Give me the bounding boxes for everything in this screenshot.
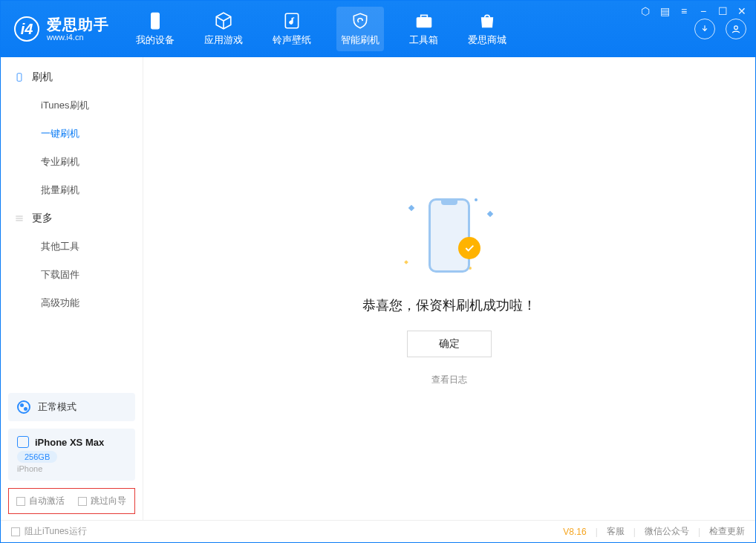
checkbox-label: 自动激活 bbox=[29, 495, 65, 507]
sidebar-item-batch-flash[interactable]: 批量刷机 bbox=[1, 176, 143, 204]
svg-rect-3 bbox=[420, 15, 427, 17]
svg-rect-0 bbox=[151, 13, 160, 29]
sidebar-item-itunes-flash[interactable]: iTunes刷机 bbox=[1, 91, 143, 120]
header-right bbox=[694, 19, 746, 39]
check-badge-icon bbox=[458, 237, 480, 259]
wechat-link[interactable]: 微信公众号 bbox=[645, 525, 689, 538]
refresh-shield-icon bbox=[351, 11, 370, 30]
header: ⬡ ▤ ≡ − ☐ ✕ i4 爱思助手 www.i4.cn 我的设备 应用游戏 … bbox=[1, 1, 755, 57]
nav-label: 铃声壁纸 bbox=[273, 33, 311, 47]
svg-point-4 bbox=[734, 26, 738, 30]
close-button[interactable]: ✕ bbox=[736, 5, 748, 17]
svg-rect-2 bbox=[417, 18, 431, 27]
sidebar-item-pro-flash[interactable]: 专业刷机 bbox=[1, 148, 143, 176]
device-card[interactable]: iPhone XS Max 256GB iPhone bbox=[8, 429, 135, 481]
success-message: 恭喜您，保资料刷机成功啦！ bbox=[362, 296, 536, 314]
sidebar-group-flash: 刷机 bbox=[1, 63, 143, 91]
nav-smart-flash[interactable]: 智能刷机 bbox=[336, 7, 384, 51]
device-type: iPhone bbox=[17, 464, 126, 473]
nav-my-device[interactable]: 我的设备 bbox=[131, 7, 179, 51]
nav-toolbox[interactable]: 工具箱 bbox=[405, 7, 443, 51]
checkbox-label: 阻止iTunes运行 bbox=[25, 525, 87, 538]
sidebar-item-advanced[interactable]: 高级功能 bbox=[1, 289, 143, 317]
checkbox-icon bbox=[11, 527, 20, 536]
ok-button[interactable]: 确定 bbox=[407, 331, 492, 357]
options-row: 自动激活 跳过向导 bbox=[8, 488, 135, 514]
app-name: 爱思助手 bbox=[47, 16, 109, 33]
checkbox-label: 跳过向导 bbox=[91, 495, 126, 507]
footer: 阻止iTunes运行 V8.16 | 客服 | 微信公众号 | 检查更新 bbox=[1, 520, 755, 542]
nav-ringtone-wallpaper[interactable]: 铃声壁纸 bbox=[268, 7, 316, 51]
sidebar-group-label: 更多 bbox=[32, 212, 53, 225]
menu-icon[interactable]: ≡ bbox=[678, 5, 690, 17]
check-update-link[interactable]: 检查更新 bbox=[709, 525, 745, 538]
device-name: iPhone XS Max bbox=[35, 437, 104, 448]
device-icon bbox=[146, 11, 165, 30]
sidebar-item-download-firmware[interactable]: 下载固件 bbox=[1, 261, 143, 289]
version-label: V8.16 bbox=[563, 527, 586, 537]
phone-graphic bbox=[428, 198, 470, 273]
checkbox-auto-activate[interactable]: 自动激活 bbox=[16, 495, 65, 507]
nav-label: 应用游戏 bbox=[204, 33, 243, 47]
nav-label: 我的设备 bbox=[136, 33, 175, 47]
checkbox-block-itunes[interactable]: 阻止iTunes运行 bbox=[11, 525, 87, 538]
sidebar-group-more: 更多 bbox=[1, 204, 143, 233]
sidebar-item-other-tools[interactable]: 其他工具 bbox=[1, 233, 143, 261]
cube-icon bbox=[214, 11, 233, 30]
download-button[interactable] bbox=[694, 19, 715, 39]
maximize-button[interactable]: ☐ bbox=[717, 5, 729, 17]
logo-icon: i4 bbox=[14, 16, 39, 42]
checkbox-skip-guide[interactable]: 跳过向导 bbox=[78, 495, 126, 507]
nav-label: 工具箱 bbox=[409, 33, 438, 47]
checkbox-icon bbox=[78, 497, 87, 506]
sidebar-item-one-key-flash[interactable]: 一键刷机 bbox=[1, 120, 143, 148]
music-icon bbox=[282, 11, 302, 30]
mode-icon bbox=[17, 400, 30, 414]
app-site: www.i4.cn bbox=[47, 33, 109, 42]
feedback-icon[interactable]: ⬡ bbox=[639, 5, 651, 17]
window-controls: ⬡ ▤ ≡ − ☐ ✕ bbox=[639, 5, 748, 17]
device-icon bbox=[17, 436, 29, 448]
notes-icon[interactable]: ▤ bbox=[659, 5, 671, 17]
view-log-link[interactable]: 查看日志 bbox=[431, 374, 467, 386]
mode-card[interactable]: 正常模式 bbox=[8, 393, 135, 421]
nav-apps-games[interactable]: 应用游戏 bbox=[200, 7, 247, 51]
device-storage-badge: 256GB bbox=[17, 451, 57, 463]
main-content: 恭喜您，保资料刷机成功啦！ 确定 查看日志 bbox=[143, 57, 755, 520]
sidebar-group-label: 刷机 bbox=[32, 71, 53, 84]
sidebar: 刷机 iTunes刷机 一键刷机 专业刷机 批量刷机 更多 其他工具 下载固件 … bbox=[1, 57, 143, 520]
svg-rect-5 bbox=[17, 74, 22, 82]
top-nav: 我的设备 应用游戏 铃声壁纸 智能刷机 工具箱 爱思商城 bbox=[131, 7, 511, 51]
nav-label: 智能刷机 bbox=[341, 33, 379, 47]
checkbox-icon bbox=[16, 497, 25, 506]
logo: i4 爱思助手 www.i4.cn bbox=[14, 16, 109, 42]
list-icon bbox=[14, 213, 25, 224]
toolbox-icon bbox=[414, 11, 434, 30]
mode-label: 正常模式 bbox=[38, 400, 76, 414]
nav-label: 爱思商城 bbox=[468, 33, 506, 47]
phone-icon bbox=[14, 72, 25, 82]
bag-icon bbox=[478, 11, 497, 30]
nav-store[interactable]: 爱思商城 bbox=[463, 7, 511, 51]
support-link[interactable]: 客服 bbox=[607, 525, 625, 538]
success-illustration bbox=[405, 191, 494, 280]
body: 刷机 iTunes刷机 一键刷机 专业刷机 批量刷机 更多 其他工具 下载固件 … bbox=[1, 57, 755, 520]
minimize-button[interactable]: − bbox=[697, 5, 709, 17]
user-button[interactable] bbox=[726, 19, 746, 39]
